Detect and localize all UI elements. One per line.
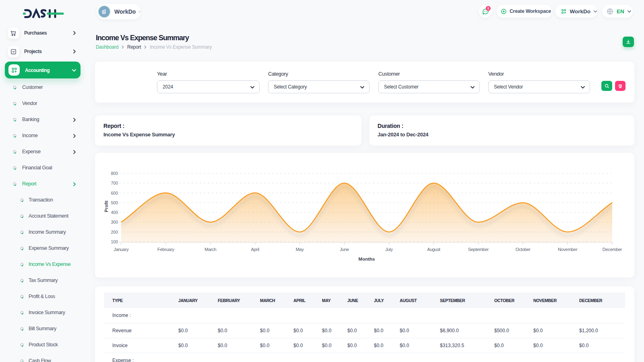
svg-text:700: 700: [111, 181, 118, 185]
svg-text:May: May: [296, 247, 304, 252]
svg-text:October: October: [516, 247, 531, 252]
svg-text:300: 300: [111, 220, 118, 224]
svg-text:600: 600: [111, 191, 118, 195]
svg-text:September: September: [468, 247, 489, 252]
svg-text:500: 500: [111, 200, 118, 205]
svg-text:July: July: [385, 247, 393, 252]
svg-text:200: 200: [111, 230, 118, 234]
svg-text:June: June: [340, 247, 349, 252]
svg-text:January: January: [114, 247, 129, 252]
svg-text:April: April: [251, 247, 259, 252]
svg-text:March: March: [204, 247, 216, 252]
svg-text:800: 800: [111, 171, 118, 176]
svg-text:400: 400: [111, 210, 118, 215]
svg-text:August: August: [427, 247, 440, 252]
svg-text:February: February: [157, 247, 174, 252]
svg-text:Profit: Profit: [104, 200, 109, 212]
svg-text:December: December: [603, 247, 622, 252]
svg-text:November: November: [558, 247, 578, 252]
svg-text:Months: Months: [359, 257, 375, 261]
svg-text:100: 100: [111, 239, 118, 244]
